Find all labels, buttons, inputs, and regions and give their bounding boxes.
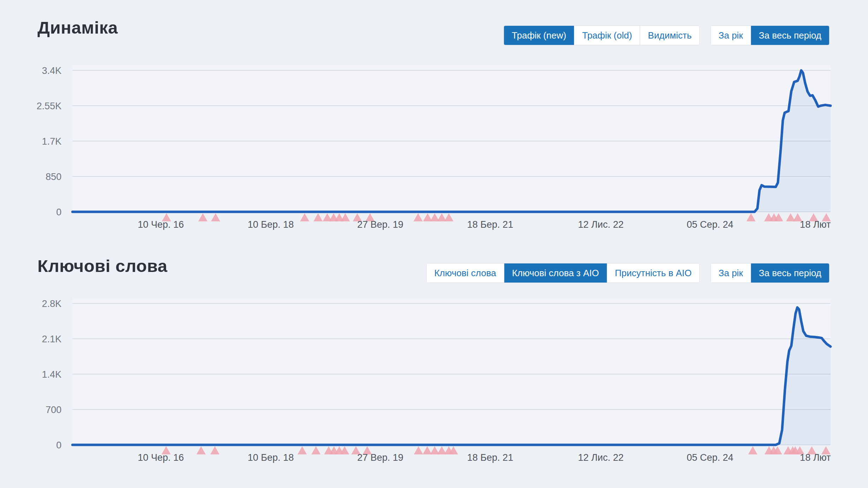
x-tick-label: 10 Чер. 16 xyxy=(138,452,184,463)
y-tick-label: 1.7K xyxy=(42,136,61,147)
y-tick-label: 2.1K xyxy=(42,334,61,344)
y-tick-label: 2.8K xyxy=(42,298,61,309)
toggle-keywords-aio[interactable]: Ключові слова з AIO xyxy=(504,263,607,283)
event-marker-icon[interactable] xyxy=(414,446,423,454)
event-marker-icon[interactable] xyxy=(311,446,321,454)
keywords-controls: Ключові слова Ключові слова з AIO Присут… xyxy=(426,263,829,283)
event-marker-icon[interactable] xyxy=(197,446,206,454)
toggle-traffic-old[interactable]: Трафік (old) xyxy=(574,26,640,45)
y-tick-label: 700 xyxy=(46,405,61,415)
x-tick-label: 05 Сер. 24 xyxy=(687,452,733,463)
toggle-period-all-dynamics[interactable]: За весь період xyxy=(751,26,829,45)
toggle-presence-aio[interactable]: Присутність в AIO xyxy=(607,263,699,283)
y-tick-label: 1.4K xyxy=(42,369,61,380)
event-marker-icon[interactable] xyxy=(341,213,350,221)
dynamics-period-toggle-group: За рік За весь період xyxy=(710,25,829,45)
x-tick-label: 18 Лют xyxy=(800,452,831,463)
event-marker-icon[interactable] xyxy=(414,213,423,221)
y-tick-label: 0 xyxy=(56,440,61,451)
toggle-keywords[interactable]: Ключові слова xyxy=(427,263,504,283)
event-marker-icon[interactable] xyxy=(210,446,219,454)
dynamics-section-title: Динаміка xyxy=(37,18,118,37)
plot-area xyxy=(72,65,831,212)
x-tick-label: 10 Чер. 16 xyxy=(138,219,184,230)
event-marker-icon[interactable] xyxy=(198,213,207,221)
x-tick-label: 12 Лис. 22 xyxy=(578,452,624,463)
event-marker-icon[interactable] xyxy=(444,213,453,221)
event-marker-icon[interactable] xyxy=(298,446,307,454)
toggle-traffic-new[interactable]: Трафік (new) xyxy=(504,26,574,45)
x-tick-label: 18 Лют xyxy=(800,219,831,230)
y-tick-label: 850 xyxy=(46,172,61,182)
x-tick-label: 10 Бер. 18 xyxy=(248,219,294,230)
toggle-visibility[interactable]: Видимість xyxy=(640,26,699,45)
keywords-period-toggle-group: За рік За весь період xyxy=(710,263,829,283)
x-tick-label: 10 Бер. 18 xyxy=(248,452,294,463)
event-marker-icon[interactable] xyxy=(211,213,220,221)
toggle-period-all-keywords[interactable]: За весь період xyxy=(751,263,829,283)
x-tick-label: 27 Вер. 19 xyxy=(357,219,404,230)
x-tick-label: 12 Лис. 22 xyxy=(578,219,624,230)
seo-dynamics-page: Динаміка Трафік (new) Трафік (old) Видим… xyxy=(0,0,868,488)
y-tick-label: 3.4K xyxy=(42,65,61,76)
event-marker-icon[interactable] xyxy=(746,213,756,221)
x-tick-label: 18 Бер. 21 xyxy=(467,219,513,230)
y-tick-label: 2.55K xyxy=(36,101,61,111)
event-marker-icon[interactable] xyxy=(313,213,323,221)
keywords-section-title: Ключові слова xyxy=(37,256,168,276)
x-tick-label: 18 Бер. 21 xyxy=(467,452,513,463)
x-tick-label: 27 Вер. 19 xyxy=(357,452,404,463)
toggle-period-year-keywords[interactable]: За рік xyxy=(711,263,751,283)
event-marker-icon[interactable] xyxy=(423,446,432,454)
x-tick-label: 05 Сер. 24 xyxy=(687,219,733,230)
dynamics-metric-toggle-group: Трафік (new) Трафік (old) Видимість xyxy=(504,25,700,45)
traffic-dynamics-chart[interactable]: 3.4K2.55K1.7K850010 Чер. 1610 Бер. 1827 … xyxy=(0,56,868,237)
keywords-metric-toggle-group: Ключові слова Ключові слова з AIO Присут… xyxy=(426,263,700,283)
plot-area xyxy=(72,298,831,445)
y-tick-label: 0 xyxy=(56,207,61,217)
keywords-aio-chart[interactable]: 2.8K2.1K1.4K700010 Чер. 1610 Бер. 1827 В… xyxy=(0,289,868,470)
toggle-period-year-dynamics[interactable]: За рік xyxy=(711,26,751,45)
dynamics-controls: Трафік (new) Трафік (old) Видимість За р… xyxy=(504,25,829,45)
event-marker-icon[interactable] xyxy=(748,446,757,454)
event-marker-icon[interactable] xyxy=(300,213,309,221)
